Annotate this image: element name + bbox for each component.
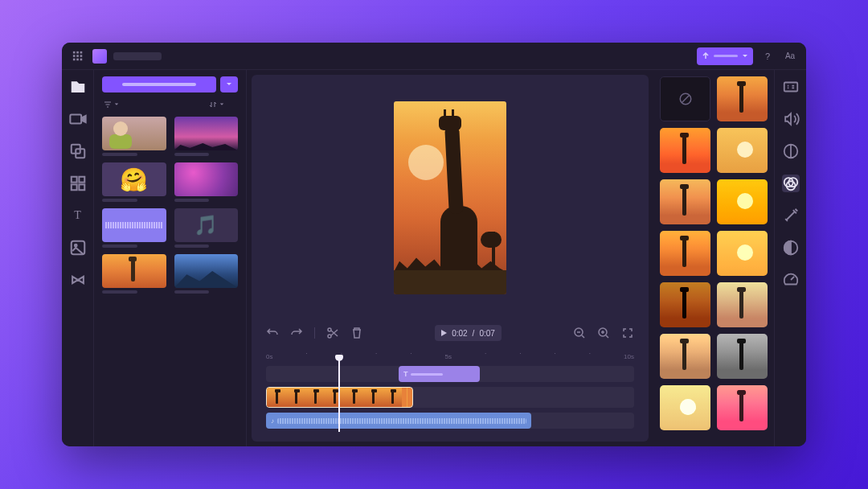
- svg-point-19: [328, 335, 331, 338]
- tool-color[interactable]: [782, 142, 800, 160]
- filter-warm[interactable]: [660, 128, 710, 173]
- timeline[interactable]: 0s ···· 5s ···· 10s T: [252, 345, 649, 442]
- filter-golden[interactable]: [660, 334, 710, 379]
- media-item-mountain[interactable]: [174, 254, 239, 294]
- zoom-in-button[interactable]: [597, 327, 610, 339]
- filter-original[interactable]: [717, 76, 768, 121]
- project-title[interactable]: [113, 52, 162, 60]
- filter-none[interactable]: [660, 76, 710, 121]
- app-window: ? Aa T: [62, 43, 806, 446]
- top-bar: ? Aa: [62, 43, 806, 70]
- undo-button[interactable]: [266, 327, 279, 339]
- svg-rect-14: [71, 184, 76, 190]
- media-item-music[interactable]: 🎵: [174, 208, 239, 248]
- svg-rect-12: [71, 177, 76, 183]
- import-dropdown[interactable]: [220, 76, 238, 92]
- filter-sunrise[interactable]: [717, 128, 768, 173]
- current-time: 0:02: [452, 329, 467, 338]
- svg-rect-16: [71, 241, 84, 255]
- filters-panel: [653, 70, 774, 446]
- filter-soft[interactable]: [660, 179, 710, 224]
- svg-rect-15: [79, 184, 84, 190]
- filter-cool[interactable]: [717, 385, 768, 430]
- tool-captions[interactable]: [782, 78, 800, 96]
- filter-amber[interactable]: [717, 231, 768, 276]
- export-button[interactable]: [697, 47, 753, 65]
- tool-effects[interactable]: [782, 207, 800, 224]
- svg-rect-13: [79, 177, 84, 183]
- left-nav: T: [62, 70, 94, 446]
- font-settings-icon[interactable]: Aa: [782, 48, 798, 64]
- filter-mono[interactable]: [717, 334, 768, 379]
- tool-speed[interactable]: [782, 271, 800, 289]
- media-filter-dropdown[interactable]: [104, 99, 131, 110]
- svg-rect-9: [70, 115, 81, 124]
- timeline-tracks: T ♪: [266, 366, 634, 429]
- playback-time-pill[interactable]: 0:02 / 0:07: [435, 325, 502, 341]
- preview-area: [252, 75, 649, 321]
- svg-rect-23: [784, 83, 797, 92]
- filter-haze[interactable]: [660, 385, 710, 430]
- timeline-ruler: 0s ···· 5s ···· 10s: [266, 350, 634, 363]
- filter-faded[interactable]: [717, 282, 768, 327]
- fit-button[interactable]: [621, 327, 634, 339]
- split-button[interactable]: [326, 327, 339, 339]
- media-item-giraffe[interactable]: [102, 254, 166, 294]
- nav-media[interactable]: [69, 78, 87, 96]
- zoom-out-button[interactable]: [573, 327, 586, 339]
- media-sort-dropdown[interactable]: [209, 99, 236, 110]
- filter-deep[interactable]: [660, 282, 710, 327]
- app-logo: [92, 49, 107, 64]
- svg-point-17: [74, 244, 76, 247]
- nav-templates[interactable]: [69, 175, 87, 192]
- help-icon[interactable]: ?: [760, 48, 776, 64]
- nav-layers[interactable]: [69, 142, 87, 160]
- svg-rect-6: [73, 58, 76, 60]
- ruler-mark: 5s: [445, 350, 452, 363]
- audio-clip[interactable]: ♪: [266, 413, 531, 429]
- nav-record[interactable]: [69, 110, 87, 128]
- media-grid: 🤗 🎵: [102, 117, 238, 294]
- play-icon: [441, 330, 447, 336]
- media-item-skyline[interactable]: [174, 117, 239, 156]
- delete-button[interactable]: [350, 327, 363, 339]
- nav-text[interactable]: T: [69, 207, 87, 224]
- nav-transitions[interactable]: [69, 271, 87, 289]
- tool-adjust[interactable]: [782, 239, 800, 257]
- apps-grid-icon[interactable]: [70, 48, 86, 64]
- ruler-mark: 10s: [624, 350, 634, 363]
- svg-rect-8: [80, 58, 83, 60]
- text-clip[interactable]: T: [399, 366, 480, 382]
- ruler-mark: 0s: [266, 350, 272, 363]
- filter-vivid[interactable]: [717, 179, 768, 224]
- tool-audio[interactable]: [782, 110, 800, 128]
- audio-track[interactable]: ♪: [266, 413, 634, 429]
- video-preview[interactable]: [394, 101, 506, 294]
- export-label-placeholder: [714, 55, 738, 57]
- right-tools: [774, 70, 806, 446]
- media-item-abstract[interactable]: [174, 162, 239, 202]
- redo-button[interactable]: [290, 327, 303, 339]
- svg-rect-0: [73, 51, 76, 53]
- music-icon: ♪: [271, 417, 274, 425]
- media-item-waveform[interactable]: [102, 208, 166, 248]
- svg-rect-3: [73, 55, 76, 57]
- text-icon: T: [403, 370, 408, 378]
- text-track[interactable]: T: [266, 366, 634, 382]
- playback-controls: 0:02 / 0:07: [252, 321, 649, 345]
- svg-rect-7: [76, 58, 79, 60]
- main-area: T: [62, 70, 806, 446]
- nav-stickers[interactable]: [69, 239, 87, 257]
- center-panel: 0:02 / 0:07 0s ···· 5s ···· 10s: [252, 75, 649, 442]
- media-item-person[interactable]: [102, 117, 166, 156]
- svg-rect-1: [76, 51, 79, 53]
- media-item-emoji[interactable]: 🤗: [102, 162, 166, 202]
- media-panel: 🤗 🎵: [94, 70, 247, 446]
- total-time: 0:07: [479, 329, 494, 338]
- filter-orange[interactable]: [660, 231, 710, 276]
- video-clip[interactable]: [266, 387, 413, 408]
- tool-filters[interactable]: [782, 175, 800, 192]
- svg-rect-2: [80, 51, 83, 53]
- import-media-button[interactable]: [102, 76, 216, 92]
- video-track[interactable]: [266, 387, 634, 408]
